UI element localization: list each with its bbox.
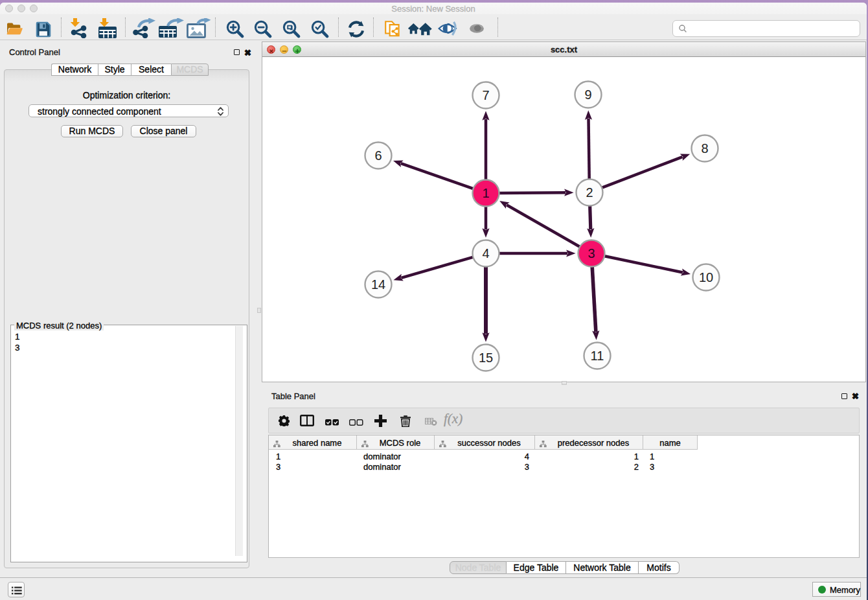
svg-text:15: 15 [479,351,493,365]
svg-text:1: 1 [482,186,489,200]
svg-text:14: 14 [371,277,385,292]
svg-text:9: 9 [584,87,591,102]
svg-text:4: 4 [482,246,489,260]
svg-text:7: 7 [482,88,489,102]
svg-text:2: 2 [586,185,593,200]
svg-text:3: 3 [588,246,595,260]
svg-text:11: 11 [591,349,604,363]
svg-text:8: 8 [701,141,708,156]
svg-text:6: 6 [374,148,382,163]
svg-text:10: 10 [699,270,713,284]
